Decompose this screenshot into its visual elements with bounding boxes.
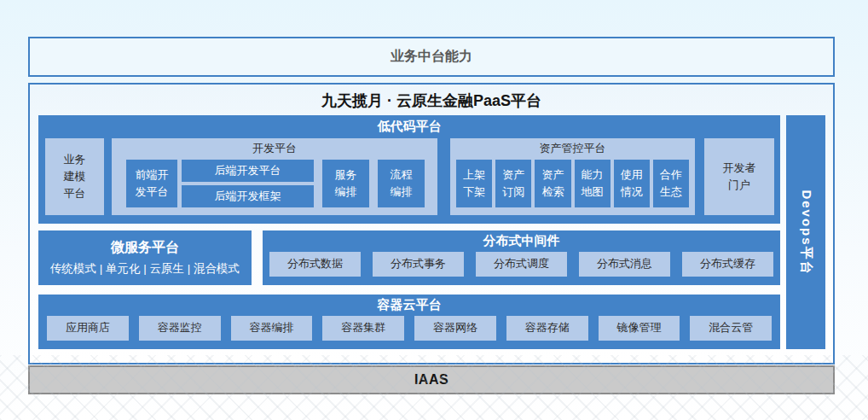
asset-management-title: 资产管控平台 [450, 138, 695, 159]
asset-chip-row: 上架 下架 资产 订阅 资产 检索 能力 地图 使用 情况 合作 生态 [456, 160, 689, 207]
paas-platform-box: 九天揽月 · 云原生金融PaaS平台 低代码平台 业务 建模 平台 开发平台 前… [28, 83, 835, 365]
middleware-item-cache: 分布式缓存 [682, 252, 773, 277]
business-modeling-platform: 业务 建模 平台 [45, 138, 104, 215]
architecture-diagram: 业务中台能力 九天揽月 · 云原生金融PaaS平台 低代码平台 业务 建模 平台… [0, 0, 868, 420]
backend-dev-framework: 后端开发框架 [182, 185, 314, 207]
container-item-app-store: 应用商店 [47, 316, 129, 341]
iaas-label: IAAS [414, 372, 448, 388]
asset-item-capability-map: 能力 地图 [575, 160, 610, 207]
container-cloud-title: 容器云平台 [38, 295, 780, 315]
container-item-hybrid-cloud: 混合云管 [690, 316, 772, 341]
asset-item-usage: 使用 情况 [614, 160, 650, 207]
microservice-title: 微服务平台 [111, 239, 179, 257]
middleware-chip-row: 分布式数据 分布式事务 分布式调度 分布式消息 分布式缓存 [269, 252, 773, 277]
container-item-orchestration: 容器编排 [231, 316, 313, 341]
backend-dev-platform: 后端开发平台 [182, 160, 314, 182]
low-code-title: 低代码平台 [38, 115, 780, 137]
middleware-item-message: 分布式消息 [579, 252, 670, 277]
asset-item-cooperation: 合作 生态 [653, 160, 689, 207]
dev-platform-title: 开发平台 [112, 138, 437, 159]
container-chip-row: 应用商店 容器监控 容器编排 容器集群 容器网络 容器存储 镜像管理 混合云管 [47, 316, 772, 341]
container-item-image-mgmt: 镜像管理 [599, 316, 680, 341]
middleware-item-data: 分布式数据 [269, 252, 361, 277]
business-midplatform-banner: 业务中台能力 [28, 37, 835, 77]
process-orchestration: 流程 编排 [378, 160, 425, 207]
banner-title: 业务中台能力 [391, 48, 472, 66]
platform-title: 九天揽月 · 云原生金融PaaS平台 [30, 90, 833, 111]
section-microservice: 微服务平台 传统模式 | 单元化 | 云原生 | 混合模式 [38, 230, 252, 285]
section-container-cloud: 容器云平台 应用商店 容器监控 容器编排 容器集群 容器网络 容器存储 镜像管理… [38, 295, 780, 349]
middleware-item-transaction: 分布式事务 [373, 252, 464, 277]
microservice-modes: 传统模式 | 单元化 | 云原生 | 混合模式 [50, 261, 240, 277]
middleware-item-scheduling: 分布式调度 [476, 252, 567, 277]
asset-item-search: 资产 检索 [535, 160, 570, 207]
asset-item-subscription: 资产 订阅 [495, 160, 531, 207]
section-low-code: 低代码平台 业务 建模 平台 开发平台 前端开 发平台 后端开发平台 后端开发框… [38, 115, 780, 224]
middleware-title: 分布式中间件 [263, 230, 780, 251]
container-item-storage: 容器存储 [506, 316, 588, 341]
container-item-network: 容器网络 [414, 316, 496, 341]
iaas-bar: IAAS [28, 365, 835, 394]
asset-item-shelving: 上架 下架 [456, 160, 492, 207]
panel-asset-management: 资产管控平台 上架 下架 资产 订阅 资产 检索 能力 地图 使用 情况 合作 … [450, 138, 695, 215]
devops-label: Devops平台 [798, 190, 814, 275]
section-middleware: 分布式中间件 分布式数据 分布式事务 分布式调度 分布式消息 分布式缓存 [263, 230, 780, 285]
frontend-dev-platform: 前端开 发平台 [126, 160, 177, 207]
container-item-cluster: 容器集群 [322, 316, 404, 341]
container-item-monitoring: 容器监控 [139, 316, 221, 341]
panel-dev-platform: 开发平台 前端开 发平台 后端开发平台 后端开发框架 服务 编排 流程 编排 [112, 138, 437, 215]
developer-portal: 开发者 门户 [704, 138, 774, 215]
devops-platform-bar: Devops平台 [786, 115, 825, 349]
service-orchestration: 服务 编排 [322, 160, 369, 207]
